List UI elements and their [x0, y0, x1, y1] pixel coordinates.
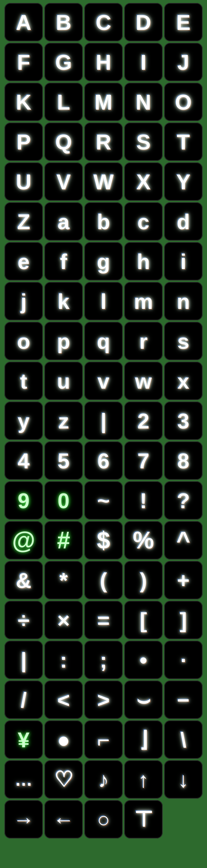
char-tile-42[interactable]: q: [84, 322, 123, 360]
char-tile-83[interactable]: •: [124, 641, 163, 679]
char-tile-60[interactable]: 9: [4, 481, 43, 520]
char-tile-46[interactable]: u: [44, 362, 83, 400]
char-tile-55[interactable]: 4: [4, 441, 43, 480]
char-tile-2[interactable]: C: [84, 3, 123, 41]
char-tile-81[interactable]: :: [44, 641, 83, 679]
char-tile-4[interactable]: E: [164, 3, 203, 41]
char-tile-99[interactable]: ↓: [164, 760, 203, 799]
char-tile-86[interactable]: <: [44, 681, 83, 719]
char-tile-34[interactable]: i: [164, 242, 203, 280]
char-tile-32[interactable]: g: [84, 242, 123, 280]
char-tile-65[interactable]: @: [4, 521, 43, 559]
char-tile-17[interactable]: R: [84, 123, 123, 161]
char-tile-25[interactable]: Z: [4, 202, 43, 241]
char-tile-75[interactable]: ÷: [4, 601, 43, 639]
char-tile-102[interactable]: ○: [84, 800, 123, 838]
char-tile-39[interactable]: n: [164, 282, 203, 320]
char-tile-15[interactable]: P: [4, 123, 43, 161]
char-tile-85[interactable]: /: [4, 681, 43, 719]
char-tile-8[interactable]: I: [124, 43, 163, 81]
char-tile-23[interactable]: X: [124, 162, 163, 201]
char-tile-67[interactable]: $: [84, 521, 123, 559]
char-tile-73[interactable]: ): [124, 561, 163, 599]
char-tile-98[interactable]: ↑: [124, 760, 163, 799]
char-tile-33[interactable]: h: [124, 242, 163, 280]
char-tile-48[interactable]: w: [124, 362, 163, 400]
char-tile-62[interactable]: ~: [84, 481, 123, 520]
char-tile-37[interactable]: l: [84, 282, 123, 320]
char-tile-12[interactable]: M: [84, 83, 123, 121]
char-tile-43[interactable]: r: [124, 322, 163, 360]
char-tile-41[interactable]: p: [44, 322, 83, 360]
char-tile-76[interactable]: ×: [44, 601, 83, 639]
char-tile-26[interactable]: a: [44, 202, 83, 241]
char-tile-20[interactable]: U: [4, 162, 43, 201]
char-tile-11[interactable]: L: [44, 83, 83, 121]
char-tile-50[interactable]: y: [4, 402, 43, 440]
char-tile-101[interactable]: ←: [44, 800, 83, 838]
char-tile-74[interactable]: +: [164, 561, 203, 599]
char-tile-64[interactable]: ?: [164, 481, 203, 520]
char-tile-97[interactable]: ♪: [84, 760, 123, 799]
char-tile-69[interactable]: ^: [164, 521, 203, 559]
char-tile-54[interactable]: 3: [164, 402, 203, 440]
char-tile-79[interactable]: ]: [164, 601, 203, 639]
char-tile-92[interactable]: ⌐: [84, 720, 123, 759]
char-tile-45[interactable]: t: [4, 362, 43, 400]
char-tile-59[interactable]: 8: [164, 441, 203, 480]
char-tile-88[interactable]: ⌣: [124, 681, 163, 719]
char-tile-24[interactable]: Y: [164, 162, 203, 201]
char-tile-91[interactable]: ●: [44, 720, 83, 759]
char-tile-77[interactable]: =: [84, 601, 123, 639]
char-tile-49[interactable]: x: [164, 362, 203, 400]
char-tile-14[interactable]: O: [164, 83, 203, 121]
char-tile-89[interactable]: −: [164, 681, 203, 719]
char-tile-9[interactable]: J: [164, 43, 203, 81]
char-tile-51[interactable]: z: [44, 402, 83, 440]
char-tile-1[interactable]: B: [44, 3, 83, 41]
char-tile-72[interactable]: (: [84, 561, 123, 599]
char-tile-36[interactable]: k: [44, 282, 83, 320]
char-tile-7[interactable]: H: [84, 43, 123, 81]
char-tile-61[interactable]: 0: [44, 481, 83, 520]
char-tile-71[interactable]: *: [44, 561, 83, 599]
char-tile-82[interactable]: ;: [84, 641, 123, 679]
char-tile-58[interactable]: 7: [124, 441, 163, 480]
char-tile-16[interactable]: Q: [44, 123, 83, 161]
char-tile-29[interactable]: d: [164, 202, 203, 241]
char-tile-52[interactable]: |: [84, 402, 123, 440]
char-tile-10[interactable]: K: [4, 83, 43, 121]
char-tile-18[interactable]: S: [124, 123, 163, 161]
char-tile-68[interactable]: %: [124, 521, 163, 559]
char-tile-31[interactable]: f: [44, 242, 83, 280]
char-tile-47[interactable]: v: [84, 362, 123, 400]
char-tile-3[interactable]: D: [124, 3, 163, 41]
char-tile-95[interactable]: …: [4, 760, 43, 799]
char-tile-93[interactable]: ⌋: [124, 720, 163, 759]
char-tile-94[interactable]: \: [164, 720, 203, 759]
char-tile-90[interactable]: ¥: [4, 720, 43, 759]
char-tile-96[interactable]: ♡: [44, 760, 83, 799]
char-tile-22[interactable]: W: [84, 162, 123, 201]
char-tile-63[interactable]: !: [124, 481, 163, 520]
char-tile-66[interactable]: #: [44, 521, 83, 559]
char-tile-100[interactable]: →: [4, 800, 43, 838]
char-tile-40[interactable]: o: [4, 322, 43, 360]
char-tile-38[interactable]: m: [124, 282, 163, 320]
char-tile-28[interactable]: c: [124, 202, 163, 241]
char-tile-53[interactable]: 2: [124, 402, 163, 440]
char-tile-70[interactable]: &: [4, 561, 43, 599]
char-tile-30[interactable]: e: [4, 242, 43, 280]
char-tile-78[interactable]: [: [124, 601, 163, 639]
char-tile-27[interactable]: b: [84, 202, 123, 241]
char-tile-80[interactable]: |: [4, 641, 43, 679]
char-tile-6[interactable]: G: [44, 43, 83, 81]
char-tile-13[interactable]: N: [124, 83, 163, 121]
char-tile-35[interactable]: j: [4, 282, 43, 320]
char-tile-5[interactable]: F: [4, 43, 43, 81]
char-tile-103[interactable]: ⊤: [124, 800, 163, 838]
char-tile-84[interactable]: ·: [164, 641, 203, 679]
char-tile-0[interactable]: A: [4, 3, 43, 41]
char-tile-21[interactable]: V: [44, 162, 83, 201]
char-tile-87[interactable]: >: [84, 681, 123, 719]
